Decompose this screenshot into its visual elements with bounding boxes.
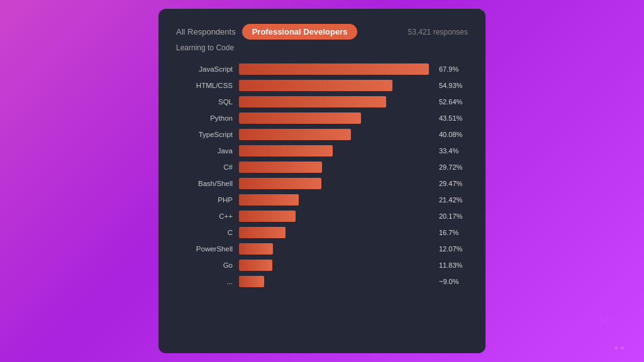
tab-all-respondents[interactable]: All Respondents [176, 27, 236, 36]
bar-track [239, 63, 429, 75]
bar-pct-label: 29.72% [439, 163, 468, 171]
header: All Respondents Professional Developers … [176, 24, 468, 40]
bar-label: Java [176, 147, 233, 155]
k-dots-row [614, 346, 624, 349]
bar-label: TypeScript [176, 131, 233, 138]
bar-pct-label: 52.64% [439, 98, 468, 106]
bar-label: SQL [176, 98, 233, 106]
response-count: 53,421 responses [408, 28, 468, 36]
bar-label: Python [176, 114, 233, 122]
dot2 [621, 346, 624, 349]
bar-track [239, 145, 429, 156]
bar-fill [239, 80, 392, 91]
bar-row: TypeScript40.08% [176, 129, 468, 140]
bar-row: Bash/Shell29.47% [176, 178, 468, 189]
bar-label: C [176, 229, 233, 236]
bar-fill [239, 63, 429, 75]
bar-fill [239, 129, 351, 140]
bar-row: SQL52.64% [176, 96, 468, 107]
bar-fill [239, 194, 299, 206]
bar-row: PowerShell12.07% [176, 243, 468, 255]
bar-row: Python43.51% [176, 112, 468, 124]
bar-pct-label: 16.7% [439, 229, 468, 236]
k-logo-container: K [614, 346, 624, 351]
tab-professional-developers[interactable]: Professional Developers [242, 24, 358, 40]
bar-fill [239, 243, 273, 255]
bar-pct-label: 29.47% [439, 180, 468, 187]
bar-row: C16.7% [176, 227, 468, 238]
bar-label: PowerShell [176, 245, 233, 253]
bar-track [239, 276, 429, 287]
bar-label: HTML/CSS [176, 82, 233, 89]
bar-track [239, 162, 429, 173]
bar-row: Java33.4% [176, 145, 468, 156]
bar-track [239, 112, 429, 124]
bar-label: ... [176, 278, 233, 285]
bar-row: C#29.72% [176, 162, 468, 173]
bar-track [239, 260, 429, 271]
bar-track [239, 227, 429, 238]
bar-row: PHP21.42% [176, 194, 468, 206]
bar-pct-label: 12.07% [439, 245, 468, 253]
bar-label: JavaScript [176, 65, 233, 73]
bar-label: C++ [176, 212, 233, 220]
bar-track [239, 80, 429, 91]
bar-pct-label: 21.42% [439, 196, 468, 204]
bar-fill [239, 276, 264, 287]
bar-pct-label: 40.08% [439, 131, 468, 138]
bar-label: Bash/Shell [176, 180, 233, 187]
bar-fill [239, 178, 321, 189]
bar-fill [239, 162, 322, 173]
bar-fill [239, 145, 333, 156]
bar-track [239, 96, 429, 107]
bar-fill [239, 211, 296, 222]
bar-row: JavaScript67.9% [176, 63, 468, 75]
bar-pct-label: ~9.0% [439, 278, 468, 285]
bar-pct-label: 11.83% [439, 261, 468, 269]
chart-area: JavaScript67.9%HTML/CSS54.93%SQL52.64%Py… [176, 63, 468, 287]
bar-pct-label: 33.4% [439, 147, 468, 155]
bar-fill [239, 96, 386, 107]
bar-track [239, 194, 429, 206]
bar-track [239, 178, 429, 189]
bar-fill [239, 260, 272, 271]
card: All Respondents Professional Developers … [158, 9, 486, 353]
bar-row: C++20.17% [176, 211, 468, 222]
bar-row: ...~9.0% [176, 276, 468, 287]
k-logo: K [599, 313, 611, 333]
bar-pct-label: 43.51% [439, 114, 468, 122]
bar-label: C# [176, 163, 233, 171]
tabs: All Respondents Professional Developers [176, 24, 357, 40]
bar-pct-label: 54.93% [439, 82, 468, 89]
bar-track [239, 129, 429, 140]
bar-row: HTML/CSS54.93% [176, 80, 468, 91]
bar-label: PHP [176, 196, 233, 204]
bar-track [239, 211, 429, 222]
bar-fill [239, 227, 286, 238]
bar-fill [239, 112, 361, 124]
fade-bottom [158, 328, 486, 353]
dot1 [614, 346, 618, 349]
sub-tab-learning[interactable]: Learning to Code [176, 43, 468, 52]
bar-pct-label: 67.9% [439, 65, 468, 73]
bar-label: Go [176, 261, 233, 269]
bar-row: Go11.83% [176, 260, 468, 271]
bar-pct-label: 20.17% [439, 212, 468, 220]
bar-track [239, 243, 429, 255]
